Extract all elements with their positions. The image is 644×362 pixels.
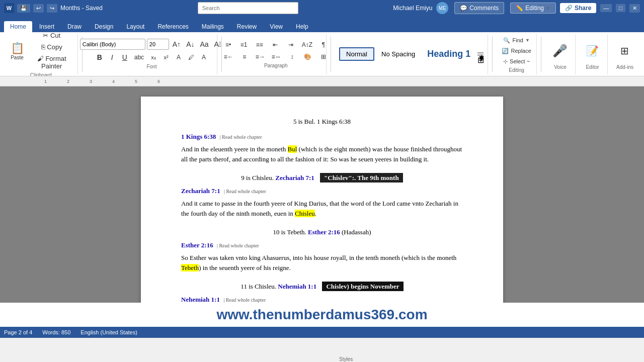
watermark: www.thenumberdamus369.com [0, 303, 644, 327]
justify-button[interactable]: ≡↔ [269, 52, 284, 62]
superscript-button[interactable]: x² [160, 53, 172, 62]
shading-button[interactable]: 🎨 [301, 52, 315, 62]
multilevel-list-button[interactable]: ≡≡ [253, 40, 267, 50]
sort-button[interactable]: A↕Z [299, 40, 315, 50]
strikethrough-button[interactable]: abc [132, 52, 146, 62]
page-count: Page 2 of 4 [4, 329, 32, 335]
tab-references[interactable]: References [151, 21, 194, 32]
doc-section-chisleu-11: 11 is Chisleu. Nehemiah 1:1 Chislev) beg… [181, 282, 463, 303]
paragraph-section: ≡• ≡1 ≡≡ ⇤ ⇥ A↕Z ¶ ≡← ≡ ≡→ ≡↔ ↕ 🎨 ⊞ Para… [225, 34, 327, 74]
ref-link-kings[interactable]: 1 Kings 6:38 [181, 133, 216, 140]
ref-link-esther216[interactable]: Esther 2:16 [308, 228, 340, 236]
voice-label: Voice [554, 64, 566, 70]
find-button[interactable]: 🔍 Find ▼ [501, 36, 532, 45]
font-size-increase[interactable]: A↑ [171, 39, 183, 49]
tab-mailings[interactable]: Mailings [196, 21, 230, 32]
tab-view[interactable]: View [264, 21, 289, 32]
minimize-button[interactable]: — [600, 4, 612, 12]
highlight-bul: Bul [288, 145, 297, 153]
addins-label: Add-ins [616, 64, 633, 70]
comments-button[interactable]: 💬 Comments [454, 2, 504, 14]
quick-access-redo[interactable]: ↪ [47, 4, 57, 13]
replace-button[interactable]: 🔄 Replace [499, 46, 533, 56]
voice-section: 🎤 Voice [545, 34, 576, 74]
style-no-spacing[interactable]: No Spacing [376, 47, 420, 61]
share-button[interactable]: 🔗 Share [560, 3, 596, 13]
italic-button[interactable]: I [107, 52, 118, 63]
tab-design[interactable]: Design [89, 21, 119, 32]
search-input[interactable] [198, 2, 298, 14]
format-painter-button[interactable]: 🖌 Format Painter [29, 53, 74, 71]
select-button[interactable]: ⊹ Select ~ [501, 57, 532, 66]
ref-link-zech2[interactable]: Zechariah 7:1 [181, 187, 220, 195]
borders-button[interactable]: ⊞ [316, 52, 331, 62]
title-bar: W 💾 ↩ ↪ Months - Saved Michael Emiyu ME … [0, 0, 644, 16]
align-right-button[interactable]: ≡→ [253, 52, 268, 62]
copy-button[interactable]: ⎘ Copy [29, 42, 74, 52]
ruler: 1 2 3 4 5 6 [0, 76, 644, 86]
increase-indent-button[interactable]: ⇥ [284, 40, 298, 50]
document-content: 5 is Bul. 1 Kings 6:38 1 Kings 6:38 | Re… [181, 117, 463, 303]
ribbon-tabs: Home Insert Draw Design Layout Reference… [0, 16, 644, 32]
align-center-button[interactable]: ≡ [237, 52, 252, 62]
filename: Months - Saved [60, 5, 103, 12]
addins-button[interactable]: ⊞ [615, 38, 635, 63]
word-icon: W [4, 3, 14, 13]
section-header: 5 is Bul. 1 Kings 6:38 [181, 117, 463, 127]
decrease-indent-button[interactable]: ⇤ [268, 40, 282, 50]
style-normal[interactable]: Normal [339, 47, 374, 61]
para-row-1: ≡• ≡1 ≡≡ ⇤ ⇥ A↕Z ¶ [221, 40, 331, 50]
doc-section-tebeth: 10 is Tebeth. Esther 2:16 (Hadassah) Est… [181, 227, 463, 273]
numbering-button[interactable]: ≡1 [237, 40, 251, 50]
line-spacing-button[interactable]: ↕ [285, 52, 299, 62]
style-heading1[interactable]: Heading 1 [422, 46, 475, 62]
tab-home[interactable]: Home [4, 21, 32, 32]
bullets-button[interactable]: ≡• [221, 40, 235, 50]
editor-button[interactable]: 📝 [582, 38, 602, 63]
bold-button[interactable]: B [94, 52, 105, 63]
change-case-button[interactable]: Aa [198, 39, 210, 49]
close-button[interactable]: ✕ [629, 4, 640, 13]
tooltip-chislev-11: Chislev) begins November [322, 282, 403, 291]
search-bar-container [198, 2, 298, 14]
ref-link-neh[interactable]: Nehemiah 1:1 [278, 283, 316, 290]
document-page: 5 is Bul. 1 Kings 6:38 1 Kings 6:38 | Re… [141, 97, 503, 303]
text-effects-button[interactable]: A [198, 52, 209, 62]
highlight-button[interactable]: 🖊 [186, 52, 197, 62]
paragraph-label: Paragraph [264, 63, 288, 68]
subscript-button[interactable]: x₂ [148, 53, 159, 62]
ref-link-neh2[interactable]: Nehemiah 1:1 [181, 296, 220, 303]
addins-section: ⊞ Add-ins [610, 34, 640, 74]
tab-draw[interactable]: Draw [61, 21, 88, 32]
align-left-button[interactable]: ≡← [221, 52, 236, 62]
status-bar: Page 2 of 4 Words: 850 English (United S… [0, 327, 644, 338]
maximize-button[interactable]: □ [616, 4, 625, 12]
paste-button[interactable]: 📋 Paste [7, 38, 27, 63]
font-label: Font [146, 64, 156, 69]
dictate-button[interactable]: 🎤 [550, 38, 570, 63]
cut-button[interactable]: ✂ Cut [29, 32, 74, 41]
editing-mode-button[interactable]: ✏️ Editing ▼ [510, 3, 556, 14]
font-size-decrease[interactable]: A↓ [184, 39, 196, 49]
tab-layout[interactable]: Layout [120, 21, 150, 32]
username: Michael Emiyu [393, 5, 432, 12]
ref-link-esther216-2[interactable]: Esther 2:16 [181, 241, 213, 249]
clipboard-label: Clipboard [30, 72, 52, 76]
tab-insert[interactable]: Insert [33, 21, 60, 32]
font-color-button[interactable]: A [173, 52, 184, 62]
tab-help[interactable]: Help [290, 21, 314, 32]
ref-link-zech[interactable]: Zechariah 7:1 [275, 174, 314, 182]
word-count: Words: 850 [42, 329, 70, 335]
show-formatting-button[interactable]: ¶ [316, 40, 331, 50]
underline-button[interactable]: U [119, 52, 130, 63]
divider-4 [492, 37, 493, 72]
tab-review[interactable]: Review [231, 21, 263, 32]
styles-scroll-arrow[interactable]: ▲ ▼ ⊞ [477, 52, 484, 56]
divider-5 [541, 37, 541, 72]
clipboard-section: 📋 Paste ✂ Cut ⎘ Copy 🖌 Format Painter Cl… [4, 34, 78, 74]
font-family-input[interactable] [80, 39, 145, 50]
quick-access-undo[interactable]: ↩ [33, 4, 44, 13]
para-row-2: ≡← ≡ ≡→ ≡↔ ↕ 🎨 ⊞ [221, 52, 331, 62]
quick-access-save[interactable]: 💾 [17, 4, 30, 13]
font-size-input[interactable] [147, 39, 169, 50]
